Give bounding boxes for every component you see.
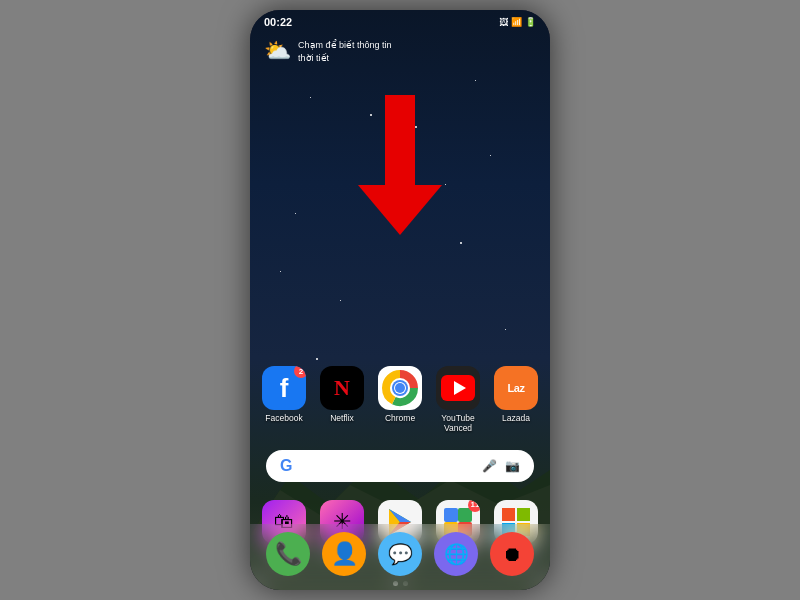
svg-point-5: [395, 383, 405, 393]
dock-samsung-internet[interactable]: 🌐: [434, 532, 478, 576]
svg-rect-12: [444, 508, 458, 522]
weather-widget[interactable]: ⛅ Chạm để biết thông tin thời tiết: [250, 30, 550, 74]
phone-frame: 00:22 🖼 📶 🔋 ⛅ Chạm để biết thông tin thờ…: [250, 10, 550, 590]
youtube-vanced-icon: [436, 366, 480, 410]
weather-text: Chạm để biết thông tin thời tiết: [298, 39, 392, 64]
facebook-label: Facebook: [265, 413, 302, 423]
lens-icon[interactable]: 📷: [505, 459, 520, 473]
app-item-facebook[interactable]: f 2 Facebook: [260, 366, 308, 433]
microphone-icon[interactable]: 🎤: [482, 459, 497, 473]
facebook-icon: f 2: [262, 366, 306, 410]
svg-rect-17: [517, 508, 530, 521]
netflix-icon: N: [320, 366, 364, 410]
dock-screen-recorder[interactable]: ⏺: [490, 532, 534, 576]
netflix-label: Netflix: [330, 413, 354, 423]
google-badge: 11: [468, 500, 480, 512]
dock-messages[interactable]: 💬: [378, 532, 422, 576]
chrome-label: Chrome: [385, 413, 415, 423]
lazada-label: Lazada: [502, 413, 530, 423]
app-item-lazada[interactable]: Laz Lazada: [492, 366, 540, 433]
status-bar: 00:22 🖼 📶 🔋: [250, 10, 550, 30]
search-bar[interactable]: G 🎤 📷: [266, 450, 534, 482]
notification-icon: 🖼: [499, 17, 508, 27]
youtube-vanced-label: YouTubeVanced: [441, 413, 474, 433]
arrow-head: [358, 185, 442, 235]
app-item-netflix[interactable]: N Netflix: [318, 366, 366, 433]
app-row-1: f 2 Facebook N Netflix: [250, 360, 550, 439]
lazada-icon: Laz: [494, 366, 538, 410]
arrow-shaft: [385, 95, 415, 185]
phone-screen: 00:22 🖼 📶 🔋 ⛅ Chạm để biết thông tin thờ…: [250, 10, 550, 590]
chrome-icon: [378, 366, 422, 410]
red-arrow-indicator: [358, 95, 442, 235]
app-item-chrome[interactable]: Chrome: [376, 366, 424, 433]
dock-contacts[interactable]: 👤: [322, 532, 366, 576]
app-item-youtube-vanced[interactable]: YouTubeVanced: [434, 366, 482, 433]
facebook-badge: 2: [294, 366, 306, 378]
battery-icon: 🔋: [525, 17, 536, 27]
google-g-logo: G: [280, 457, 292, 475]
signal-icon: 📶: [511, 17, 522, 27]
svg-rect-16: [502, 508, 515, 521]
status-icons: 🖼 📶 🔋: [499, 17, 536, 27]
dock: 📞 👤 💬 🌐 ⏺: [250, 524, 550, 590]
dock-phone[interactable]: 📞: [266, 532, 310, 576]
status-time: 00:22: [264, 16, 292, 28]
weather-icon: ⛅: [264, 38, 292, 66]
